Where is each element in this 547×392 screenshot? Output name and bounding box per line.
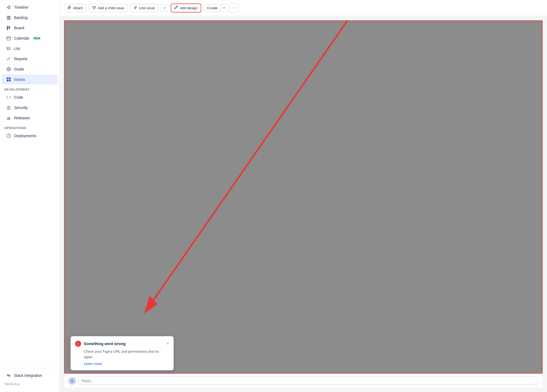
svg-point-18 bbox=[7, 47, 8, 48]
new-badge: NEW bbox=[32, 36, 42, 40]
content-area: ! Something went wrong × Check your Figm… bbox=[60, 16, 547, 392]
sidebar-item-calendar[interactable]: Calendar NEW bbox=[2, 33, 58, 43]
sidebar-item-label: Calendar bbox=[14, 36, 30, 40]
svg-rect-11 bbox=[7, 37, 11, 40]
sidebar-item-label: Releases bbox=[14, 116, 30, 120]
main-content: Attach Add a child issue bbox=[60, 0, 547, 392]
child-issue-label: Add a child issue bbox=[98, 6, 124, 10]
board-icon bbox=[6, 25, 11, 31]
create-label: Create bbox=[207, 6, 218, 10]
link-icon bbox=[133, 6, 137, 10]
sidebar-item-releases[interactable]: Releases bbox=[2, 113, 58, 123]
more-icon: ··· bbox=[232, 5, 236, 10]
sidebar-item-backlog[interactable]: Backlog bbox=[2, 13, 58, 23]
attach-icon bbox=[68, 6, 71, 10]
sidebar-item-label: Backlog bbox=[14, 15, 28, 20]
child-issue-icon bbox=[92, 6, 96, 10]
sidebar-item-reports[interactable]: Reports bbox=[2, 54, 58, 64]
create-button[interactable]: Create bbox=[203, 4, 221, 12]
sidebar-item-label: Issues bbox=[14, 77, 25, 82]
svg-line-40 bbox=[93, 7, 94, 8]
sidebar-item-label: Slack integration bbox=[14, 373, 42, 378]
sidebar-item-label: Timeline bbox=[14, 5, 28, 9]
sidebar-bottom: Slack integration You're in a bbox=[0, 368, 59, 390]
svg-point-4 bbox=[8, 8, 9, 9]
you-are-in: You're in a bbox=[0, 381, 59, 388]
create-chevron-icon: ▾ bbox=[223, 6, 225, 9]
add-design-icon bbox=[174, 6, 178, 10]
chevron-down-icon: ▾ bbox=[164, 7, 165, 9]
toast-header: ! Something went wrong × bbox=[75, 341, 169, 347]
development-section-label: DEVELOPMENT bbox=[0, 85, 59, 92]
reports-icon bbox=[6, 56, 11, 62]
svg-point-37 bbox=[93, 6, 94, 7]
sidebar-item-label: Code bbox=[14, 95, 23, 99]
svg-rect-6 bbox=[7, 16, 11, 17]
svg-rect-25 bbox=[9, 78, 11, 79]
toast-title: Something went wrong bbox=[84, 342, 164, 346]
toast-body: Check your Figma URL and permissions and… bbox=[75, 349, 169, 359]
sidebar-item-label: Security bbox=[14, 105, 28, 110]
sidebar-item-label: Board bbox=[14, 26, 24, 30]
goals-icon bbox=[6, 66, 11, 72]
backlog-icon bbox=[6, 15, 11, 20]
svg-rect-24 bbox=[7, 78, 8, 79]
sidebar-item-deployments[interactable]: Deployments bbox=[2, 131, 58, 141]
sidebar-item-label: Deployments bbox=[14, 134, 36, 138]
sidebar-item-board[interactable]: Board bbox=[2, 23, 58, 33]
code-icon bbox=[6, 95, 11, 100]
reply-bar: U bbox=[64, 374, 543, 388]
sidebar-item-label: Goals bbox=[14, 67, 24, 71]
svg-point-29 bbox=[8, 108, 9, 109]
svg-rect-9 bbox=[7, 26, 8, 30]
sidebar-item-slack[interactable]: Slack integration bbox=[2, 371, 58, 380]
create-dropdown-button[interactable]: ▾ bbox=[221, 4, 227, 12]
reply-input[interactable] bbox=[78, 377, 538, 385]
operations-section-label: OPERATIONS bbox=[0, 123, 59, 131]
attach-label: Attach bbox=[73, 6, 83, 10]
svg-point-23 bbox=[8, 69, 9, 70]
svg-point-19 bbox=[7, 48, 8, 49]
svg-rect-27 bbox=[9, 80, 11, 81]
error-toast: ! Something went wrong × Check your Figm… bbox=[71, 336, 174, 370]
svg-point-39 bbox=[94, 8, 95, 9]
child-issue-button[interactable]: Add a child issue bbox=[89, 4, 128, 12]
svg-rect-8 bbox=[7, 19, 11, 20]
add-design-label: Add design bbox=[180, 6, 198, 10]
svg-point-0 bbox=[7, 7, 8, 8]
svg-point-20 bbox=[7, 49, 8, 50]
toolbar: Attach Add a child issue bbox=[60, 0, 547, 16]
sidebar-item-timeline[interactable]: Timeline bbox=[2, 2, 58, 12]
link-issue-button[interactable]: Link issue bbox=[130, 4, 158, 12]
svg-rect-10 bbox=[9, 26, 10, 29]
error-icon: ! bbox=[75, 341, 81, 347]
sidebar-item-issues[interactable]: Issues bbox=[2, 75, 58, 84]
sidebar-item-goals[interactable]: Goals bbox=[2, 64, 58, 74]
sidebar-item-label: Reports bbox=[14, 57, 27, 61]
issues-icon bbox=[6, 77, 11, 82]
add-design-button[interactable]: Add design bbox=[171, 4, 201, 12]
toast-close-button[interactable]: × bbox=[167, 341, 169, 346]
sidebar-item-label: List bbox=[14, 46, 20, 51]
svg-rect-7 bbox=[7, 17, 11, 18]
link-issue-label: Link issue bbox=[139, 6, 155, 10]
sidebar-item-security[interactable]: Security bbox=[2, 103, 58, 113]
avatar: U bbox=[68, 377, 76, 385]
annotation-arrow bbox=[65, 21, 542, 373]
dropdown-chevron-button[interactable]: ▾ bbox=[160, 5, 168, 11]
svg-rect-26 bbox=[7, 80, 8, 81]
create-button-group: Create ▾ bbox=[203, 4, 227, 12]
attach-button[interactable]: Attach bbox=[64, 4, 87, 12]
calendar-icon bbox=[6, 36, 11, 41]
sidebar-item-code[interactable]: Code bbox=[2, 92, 58, 102]
sidebar-item-list[interactable]: List bbox=[2, 44, 58, 53]
releases-icon bbox=[6, 115, 11, 121]
more-options-button[interactable]: ··· bbox=[230, 3, 239, 12]
design-preview-area bbox=[64, 20, 543, 374]
sidebar: Timeline Backlog Board bbox=[0, 0, 60, 392]
learn-more-link[interactable]: Learn more bbox=[75, 362, 169, 366]
svg-point-38 bbox=[95, 6, 96, 7]
deployments-icon bbox=[6, 133, 11, 139]
list-icon bbox=[6, 46, 11, 51]
security-icon bbox=[6, 105, 11, 110]
